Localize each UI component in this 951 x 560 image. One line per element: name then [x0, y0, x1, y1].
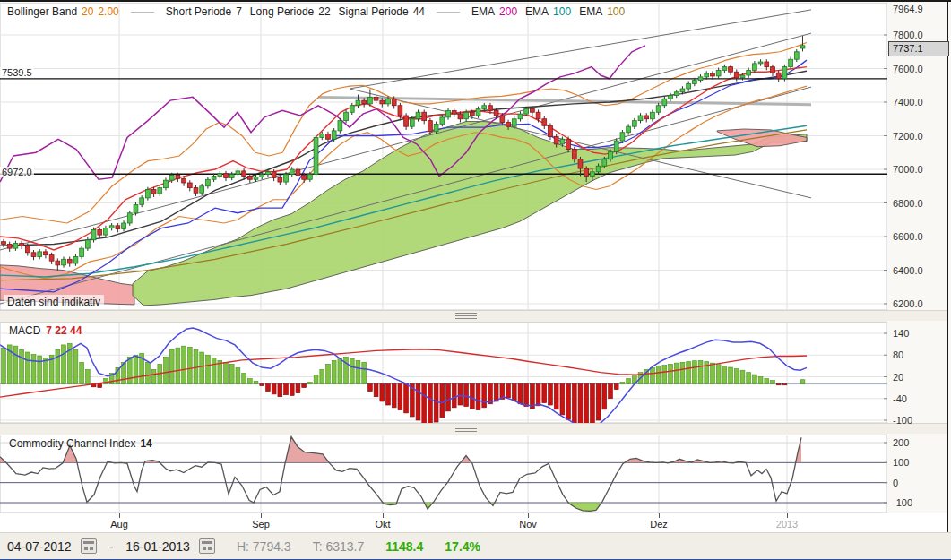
cci-period: 14: [140, 437, 151, 450]
date-range-toolbar: 04-07-2012 - 16-01-2013 H: 7794.3 T: 631…: [0, 532, 951, 559]
calendar-icon[interactable]: [81, 538, 97, 554]
legend-divider: [437, 12, 460, 13]
time-axis-label: 2013: [776, 519, 798, 530]
indicative-data-watermark: Daten sind indikativ: [4, 295, 104, 309]
bollinger-period: 20: [82, 5, 93, 18]
y-axis-label: 7800.0: [893, 30, 923, 40]
y-axis-label: 6200.0: [893, 298, 923, 309]
y-axis-label: 6400.0: [893, 265, 923, 276]
y-axis-label: 7400.0: [893, 97, 923, 108]
charting-application: Bollinger Band202.00 Short Periode7 Long…: [0, 0, 951, 560]
y-axis-label: 0: [893, 478, 898, 488]
period-high-value: H: 7794.3: [237, 539, 291, 554]
y-axis-label: 7000.0: [893, 164, 923, 175]
macd-params: 7 22 44: [46, 324, 82, 337]
y-axis-label: 6600.0: [893, 231, 923, 242]
y-axis-label: 7200.0: [893, 131, 923, 142]
splitter-grip-icon[interactable]: [455, 426, 477, 432]
y-axis-label: 20: [893, 372, 903, 383]
panel-splitter-macd[interactable]: [0, 310, 947, 323]
legend-short-periode[interactable]: Short Periode7: [166, 5, 242, 18]
time-axis-tick: [659, 513, 660, 518]
cci-axis[interactable]: 2001000-100: [887, 434, 947, 513]
legend-ema-200[interactable]: EMA200: [471, 5, 517, 18]
panel-splitter-cci[interactable]: [0, 423, 947, 435]
time-axis-label: Okt: [375, 519, 390, 530]
change-absolute: 1148.4: [385, 539, 423, 554]
time-axis: AugSepOktNovDez2013: [0, 513, 947, 533]
cci-panel-title: Commodity Channel Index14: [9, 437, 152, 450]
time-axis-tick: [787, 513, 788, 518]
legend-bollinger[interactable]: Bollinger Band202.00: [7, 5, 119, 18]
date-to-field[interactable]: 16-01-2013: [125, 539, 190, 554]
chart-canvas: [0, 2, 951, 560]
y-axis-label: -100: [893, 497, 912, 508]
window-right-border: [947, 2, 948, 532]
legend-long-periode[interactable]: Long Periode22: [250, 5, 331, 18]
date-from-field[interactable]: 04-07-2012: [7, 539, 72, 554]
calendar-icon[interactable]: [199, 538, 215, 554]
time-axis-label: Nov: [519, 519, 537, 530]
time-axis-label: Aug: [110, 519, 128, 530]
period-low-value: T: 6313.7: [313, 539, 365, 554]
y-axis-label: 80: [893, 349, 903, 360]
y-axis-label: -40: [893, 393, 907, 404]
time-axis-tick: [528, 513, 529, 518]
y-axis-label: 6800.0: [893, 198, 923, 209]
macd-panel-title: MACD7 22 44: [9, 324, 82, 337]
macd-axis[interactable]: 1408020-40-100: [887, 321, 947, 423]
time-axis-tick: [383, 513, 384, 518]
change-percent: 17.4%: [445, 539, 480, 554]
support-level-label: 6972.0: [0, 167, 34, 177]
bollinger-deviation: 2.00: [98, 5, 118, 18]
date-separator: -: [109, 539, 114, 554]
legend-signal-periode[interactable]: Signal Periode44: [339, 5, 425, 18]
y-axis-label: 140: [893, 328, 909, 339]
legend-ema-100-brown[interactable]: EMA100: [579, 5, 625, 18]
time-axis-tick: [261, 513, 262, 518]
resistance-level-label: 7539.5: [0, 67, 34, 78]
current-price-badge: 7737.1: [888, 41, 949, 56]
y-axis-label: -100: [893, 415, 912, 426]
legend-ema-100-teal[interactable]: EMA100: [525, 5, 571, 18]
indicator-legend: Bollinger Band202.00 Short Periode7 Long…: [7, 5, 625, 18]
y-axis-label: 7600.0: [893, 64, 923, 74]
y-axis-label: 100: [893, 457, 909, 468]
splitter-grip-icon[interactable]: [455, 313, 477, 319]
time-axis-tick: [119, 513, 120, 518]
legend-divider: [131, 12, 154, 13]
axis-max-label: 7964.9: [893, 4, 923, 14]
time-axis-label: Sep: [252, 519, 270, 530]
y-axis-label: 200: [893, 437, 909, 448]
time-axis-label: Dez: [650, 519, 668, 530]
